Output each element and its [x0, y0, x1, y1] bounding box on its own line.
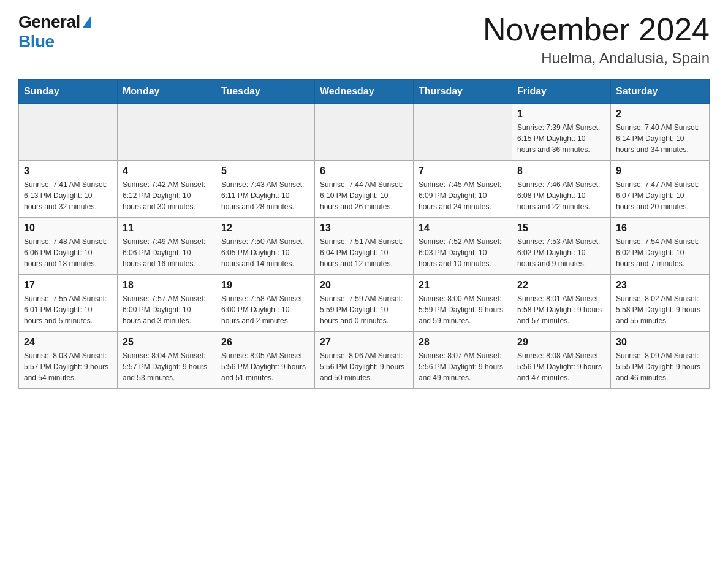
day-number: 25 — [123, 337, 211, 348]
day-info: Sunrise: 7:53 AM Sunset: 6:02 PM Dayligh… — [517, 236, 605, 269]
calendar-cell: 13Sunrise: 7:51 AM Sunset: 6:04 PM Dayli… — [315, 218, 414, 275]
calendar-cell: 30Sunrise: 8:09 AM Sunset: 5:55 PM Dayli… — [611, 332, 710, 389]
day-info: Sunrise: 7:58 AM Sunset: 6:00 PM Dayligh… — [221, 293, 309, 326]
day-info: Sunrise: 8:07 AM Sunset: 5:56 PM Dayligh… — [419, 350, 507, 383]
calendar-cell: 3Sunrise: 7:41 AM Sunset: 6:13 PM Daylig… — [19, 161, 118, 218]
day-info: Sunrise: 7:42 AM Sunset: 6:12 PM Dayligh… — [123, 179, 211, 212]
day-info: Sunrise: 7:52 AM Sunset: 6:03 PM Dayligh… — [419, 236, 507, 269]
calendar-cell: 1Sunrise: 7:39 AM Sunset: 6:15 PM Daylig… — [512, 104, 611, 161]
day-info: Sunrise: 7:54 AM Sunset: 6:02 PM Dayligh… — [616, 236, 704, 269]
day-number: 11 — [123, 223, 211, 234]
day-info: Sunrise: 8:04 AM Sunset: 5:57 PM Dayligh… — [123, 350, 211, 383]
week-row-1: 1Sunrise: 7:39 AM Sunset: 6:15 PM Daylig… — [19, 104, 710, 161]
calendar-cell: 21Sunrise: 8:00 AM Sunset: 5:59 PM Dayli… — [414, 275, 512, 332]
week-row-3: 10Sunrise: 7:48 AM Sunset: 6:06 PM Dayli… — [19, 218, 710, 275]
day-number: 9 — [616, 166, 704, 177]
calendar-body: 1Sunrise: 7:39 AM Sunset: 6:15 PM Daylig… — [19, 104, 710, 389]
calendar-cell: 5Sunrise: 7:43 AM Sunset: 6:11 PM Daylig… — [216, 161, 315, 218]
calendar-header: SundayMondayTuesdayWednesdayThursdayFrid… — [19, 80, 710, 104]
day-number: 27 — [320, 337, 408, 348]
day-info: Sunrise: 8:01 AM Sunset: 5:58 PM Dayligh… — [517, 293, 605, 326]
calendar-cell — [414, 104, 512, 161]
day-number: 12 — [221, 223, 309, 234]
day-info: Sunrise: 7:51 AM Sunset: 6:04 PM Dayligh… — [320, 236, 408, 269]
day-number: 22 — [517, 280, 605, 291]
weekday-header-friday: Friday — [512, 80, 611, 104]
day-number: 14 — [419, 223, 507, 234]
day-info: Sunrise: 7:41 AM Sunset: 6:13 PM Dayligh… — [24, 179, 112, 212]
day-number: 6 — [320, 166, 408, 177]
calendar-cell: 22Sunrise: 8:01 AM Sunset: 5:58 PM Dayli… — [512, 275, 611, 332]
day-info: Sunrise: 7:59 AM Sunset: 5:59 PM Dayligh… — [320, 293, 408, 326]
calendar-cell: 11Sunrise: 7:49 AM Sunset: 6:06 PM Dayli… — [118, 218, 216, 275]
day-number: 26 — [221, 337, 309, 348]
logo: General Blue — [18, 12, 91, 52]
week-row-2: 3Sunrise: 7:41 AM Sunset: 6:13 PM Daylig… — [19, 161, 710, 218]
calendar-cell: 2Sunrise: 7:40 AM Sunset: 6:14 PM Daylig… — [611, 104, 710, 161]
day-number: 30 — [616, 337, 704, 348]
day-number: 15 — [517, 223, 605, 234]
day-info: Sunrise: 8:03 AM Sunset: 5:57 PM Dayligh… — [24, 350, 112, 383]
calendar-cell: 7Sunrise: 7:45 AM Sunset: 6:09 PM Daylig… — [414, 161, 512, 218]
day-number: 20 — [320, 280, 408, 291]
day-number: 17 — [24, 280, 112, 291]
calendar-cell: 15Sunrise: 7:53 AM Sunset: 6:02 PM Dayli… — [512, 218, 611, 275]
day-number: 8 — [517, 166, 605, 177]
day-info: Sunrise: 8:05 AM Sunset: 5:56 PM Dayligh… — [221, 350, 309, 383]
weekday-header-saturday: Saturday — [611, 80, 710, 104]
day-info: Sunrise: 7:44 AM Sunset: 6:10 PM Dayligh… — [320, 179, 408, 212]
day-info: Sunrise: 8:00 AM Sunset: 5:59 PM Dayligh… — [419, 293, 507, 326]
day-info: Sunrise: 7:55 AM Sunset: 6:01 PM Dayligh… — [24, 293, 112, 326]
calendar-cell: 4Sunrise: 7:42 AM Sunset: 6:12 PM Daylig… — [118, 161, 216, 218]
day-number: 24 — [24, 337, 112, 348]
day-info: Sunrise: 7:49 AM Sunset: 6:06 PM Dayligh… — [123, 236, 211, 269]
weekday-header-row: SundayMondayTuesdayWednesdayThursdayFrid… — [19, 80, 710, 104]
calendar-cell: 20Sunrise: 7:59 AM Sunset: 5:59 PM Dayli… — [315, 275, 414, 332]
day-info: Sunrise: 7:50 AM Sunset: 6:05 PM Dayligh… — [221, 236, 309, 269]
day-number: 29 — [517, 337, 605, 348]
day-info: Sunrise: 8:08 AM Sunset: 5:56 PM Dayligh… — [517, 350, 605, 383]
day-info: Sunrise: 7:48 AM Sunset: 6:06 PM Dayligh… — [24, 236, 112, 269]
calendar-cell: 8Sunrise: 7:46 AM Sunset: 6:08 PM Daylig… — [512, 161, 611, 218]
page-header: General Blue November 2024 Huelma, Andal… — [18, 12, 710, 67]
month-title: November 2024 — [483, 12, 710, 47]
calendar-cell: 24Sunrise: 8:03 AM Sunset: 5:57 PM Dayli… — [19, 332, 118, 389]
day-number: 28 — [419, 337, 507, 348]
calendar-cell — [19, 104, 118, 161]
weekday-header-monday: Monday — [118, 80, 216, 104]
calendar-cell: 29Sunrise: 8:08 AM Sunset: 5:56 PM Dayli… — [512, 332, 611, 389]
calendar-cell — [216, 104, 315, 161]
day-info: Sunrise: 7:45 AM Sunset: 6:09 PM Dayligh… — [419, 179, 507, 212]
calendar-cell: 27Sunrise: 8:06 AM Sunset: 5:56 PM Dayli… — [315, 332, 414, 389]
calendar-cell: 26Sunrise: 8:05 AM Sunset: 5:56 PM Dayli… — [216, 332, 315, 389]
day-number: 13 — [320, 223, 408, 234]
calendar-cell: 10Sunrise: 7:48 AM Sunset: 6:06 PM Dayli… — [19, 218, 118, 275]
day-info: Sunrise: 8:06 AM Sunset: 5:56 PM Dayligh… — [320, 350, 408, 383]
day-number: 1 — [517, 109, 605, 120]
weekday-header-sunday: Sunday — [19, 80, 118, 104]
day-number: 10 — [24, 223, 112, 234]
calendar-cell: 23Sunrise: 8:02 AM Sunset: 5:58 PM Dayli… — [611, 275, 710, 332]
calendar-cell — [118, 104, 216, 161]
calendar-cell — [315, 104, 414, 161]
day-number: 3 — [24, 166, 112, 177]
calendar-cell: 25Sunrise: 8:04 AM Sunset: 5:57 PM Dayli… — [118, 332, 216, 389]
day-number: 16 — [616, 223, 704, 234]
weekday-header-thursday: Thursday — [414, 80, 512, 104]
day-number: 2 — [616, 109, 704, 120]
weekday-header-tuesday: Tuesday — [216, 80, 315, 104]
day-number: 19 — [221, 280, 309, 291]
calendar-cell: 9Sunrise: 7:47 AM Sunset: 6:07 PM Daylig… — [611, 161, 710, 218]
day-info: Sunrise: 7:43 AM Sunset: 6:11 PM Dayligh… — [221, 179, 309, 212]
week-row-5: 24Sunrise: 8:03 AM Sunset: 5:57 PM Dayli… — [19, 332, 710, 389]
day-info: Sunrise: 8:02 AM Sunset: 5:58 PM Dayligh… — [616, 293, 704, 326]
logo-general-text: General — [18, 12, 80, 32]
day-number: 18 — [123, 280, 211, 291]
day-info: Sunrise: 7:40 AM Sunset: 6:14 PM Dayligh… — [616, 122, 704, 155]
week-row-4: 17Sunrise: 7:55 AM Sunset: 6:01 PM Dayli… — [19, 275, 710, 332]
weekday-header-wednesday: Wednesday — [315, 80, 414, 104]
calendar-cell: 28Sunrise: 8:07 AM Sunset: 5:56 PM Dayli… — [414, 332, 512, 389]
day-info: Sunrise: 7:57 AM Sunset: 6:00 PM Dayligh… — [123, 293, 211, 326]
day-info: Sunrise: 7:47 AM Sunset: 6:07 PM Dayligh… — [616, 179, 704, 212]
title-section: November 2024 Huelma, Andalusia, Spain — [483, 12, 710, 67]
